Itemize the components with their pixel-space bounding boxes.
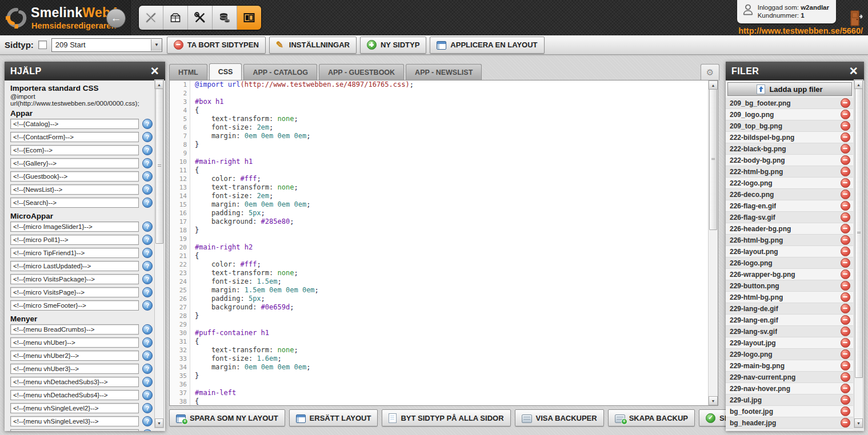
snippet-input[interactable] [10,403,139,413]
delete-file-icon[interactable] [841,132,850,142]
delete-file-icon[interactable] [841,224,850,233]
help-icon[interactable]: ? [142,248,153,258]
help-icon[interactable]: ? [142,158,153,168]
tools-button[interactable] [188,6,213,30]
file-row[interactable]: 229-logo.png [726,349,853,360]
tab-html[interactable]: HTML [169,64,207,80]
file-row[interactable]: 222-body-bg.png [726,155,853,166]
help-icon[interactable]: ? [142,221,153,232]
tab-app-catalog[interactable]: APP - CATALOG [243,64,317,80]
delete-file-icon[interactable] [841,327,850,336]
file-row[interactable]: 229-lang-sv.gif [726,326,853,337]
help-icon[interactable]: ? [142,351,153,361]
code-editor[interactable]: 1@import url(http://www.testwebben.se/48… [169,80,718,406]
logout-button[interactable] [847,9,865,27]
file-row[interactable]: bg_header.jpg [726,417,853,429]
file-row[interactable]: 226-flag-en.gif [726,200,853,212]
spara-som-ny-layout-button[interactable]: +SPARA SOM NY LAYOUT [169,409,285,426]
delete-file-icon[interactable] [841,338,850,348]
help-icon[interactable]: ? [142,390,153,400]
installningar-button[interactable]: INSTÄLLNINGAR [269,37,357,54]
file-row[interactable]: 226-wrapper-bg.png [726,269,853,280]
file-row[interactable]: 229-button.png [726,280,853,292]
delete-file-icon[interactable] [841,247,850,256]
delete-file-icon[interactable] [841,167,850,176]
snippet-input[interactable] [10,184,139,195]
help-icon[interactable]: ? [142,300,153,311]
database-button[interactable] [213,6,237,30]
delete-file-icon[interactable] [841,349,850,359]
file-row[interactable]: 222-black-bg.png [726,143,853,155]
delete-file-icon[interactable] [841,361,850,370]
snippet-input[interactable] [10,261,139,271]
delete-file-icon[interactable] [841,178,850,188]
file-row[interactable]: 222-bildspel-bg.png [726,132,853,143]
files-panel-scrollbar[interactable]: ▲ ▼ [854,79,863,428]
help-icon[interactable]: ? [142,364,153,374]
snippet-input[interactable] [10,119,139,129]
help-icon[interactable]: ? [142,132,153,142]
help-icon[interactable]: ? [142,145,153,155]
help-icon[interactable]: ? [142,184,153,195]
file-row[interactable]: 209_bg_footer.png [726,98,853,109]
scrollbar-thumb[interactable] [855,88,863,378]
upload-files-button[interactable]: Ladda upp filer [727,82,852,96]
file-row[interactable]: 229-nav-hover.png [726,383,853,394]
tab-app-guestbook[interactable]: APP - GUESTBOOK [319,64,404,80]
delete-file-icon[interactable] [841,304,850,313]
delete-file-icon[interactable] [841,212,850,222]
visa-backuper-button[interactable]: VISA BACKUPER [515,409,604,426]
file-row[interactable]: 222-html-bg.png [726,166,853,178]
help-icon[interactable]: ? [142,119,153,129]
file-row[interactable]: 229-lang-de.gif [726,303,853,315]
delete-file-icon[interactable] [841,190,850,199]
help-icon[interactable]: ? [142,171,153,182]
help-icon[interactable]: ? [142,377,153,387]
tab-app-newslist[interactable]: APP - NEWSLIST [406,64,482,80]
snippet-input[interactable] [10,300,139,311]
help-icon[interactable]: ? [142,429,153,431]
file-row[interactable]: 229-nav-current.png [726,372,853,383]
snippet-input[interactable] [10,429,139,431]
scrollbar-thumb[interactable] [709,89,717,230]
scrollbar-thumb[interactable] [155,88,163,244]
file-row[interactable]: 229-lang-en.gif [726,315,853,326]
ersatt-layout-button[interactable]: ERSÄTT LAYOUT [289,409,378,426]
tab-css[interactable]: CSS [209,63,242,80]
help-icon[interactable]: ? [142,337,153,348]
snippet-input[interactable] [10,132,139,142]
ta-bort-sidtypen-button[interactable]: TA BORT SIDTYPEN [167,37,266,54]
delete-file-icon[interactable] [841,155,850,165]
delete-file-icon[interactable] [841,281,850,291]
help-icon[interactable]: ? [142,235,153,245]
back-button[interactable]: ← [106,9,126,28]
file-row[interactable]: 209_top_bg.png [726,120,853,132]
snippet-input[interactable] [10,416,139,426]
scroll-down-button[interactable]: ▼ [155,418,163,428]
file-row[interactable]: 209_logo.png [726,109,853,120]
file-row[interactable]: 229-ul.jpg [726,394,853,406]
sidtyp-dropdown[interactable]: 209 Start ▼ [51,38,162,52]
scroll-down-button[interactable]: ▼ [854,418,863,428]
file-row[interactable]: 226-deco.png [726,189,853,200]
close-icon[interactable]: ✕ [150,66,159,76]
delete-file-icon[interactable] [841,258,850,268]
sidtyp-checkbox[interactable] [38,41,47,49]
file-row[interactable]: 229-html-bg.png [726,292,853,303]
file-row[interactable]: 222-logo.png [726,178,853,189]
help-panel-scrollbar[interactable]: ▲ ▼ [154,79,164,428]
snippet-input[interactable] [10,287,139,297]
delete-file-icon[interactable] [841,110,850,119]
delete-file-icon[interactable] [841,384,850,393]
delete-file-icon[interactable] [841,372,850,382]
editor-settings-button[interactable]: ⚙ [701,64,719,80]
help-icon[interactable]: ? [142,324,153,335]
snippet-input[interactable] [10,324,139,335]
delete-file-icon[interactable] [841,144,850,154]
file-row[interactable]: 226-logo.png [726,257,853,269]
skapa-backup-button[interactable]: +SKAPA BACKUP [608,409,695,426]
edit-pencils-button[interactable] [139,6,163,30]
file-row[interactable]: bg_footer.jpg [726,406,853,417]
snippet-input[interactable] [10,235,139,245]
delete-file-icon[interactable] [841,201,850,211]
